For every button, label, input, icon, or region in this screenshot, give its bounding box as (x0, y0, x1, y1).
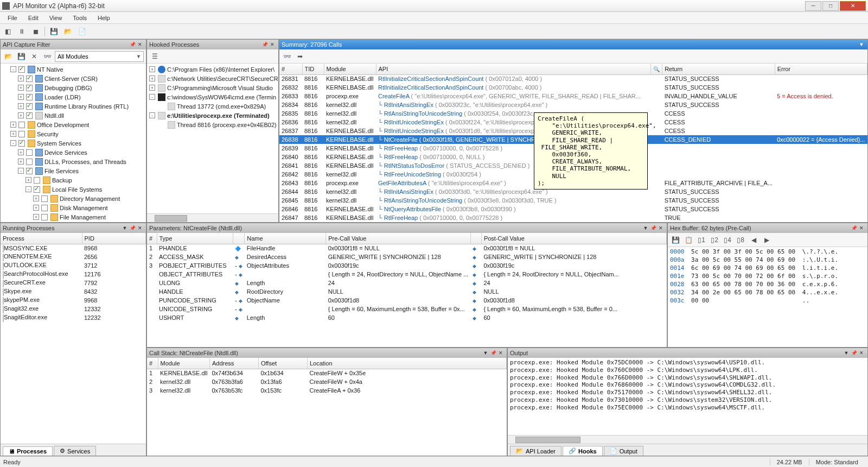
callstack-row[interactable]: 1KERNELBASE.dll0x74f3b6340x1b634CreateFi… (147, 369, 507, 377)
find-icon[interactable]: 👓 (42, 51, 53, 62)
expand-icon[interactable]: + (33, 205, 39, 211)
tab-processes[interactable]: 🖥Processes (3, 446, 53, 456)
checkbox[interactable] (18, 131, 25, 137)
expand-icon[interactable]: + (25, 177, 31, 183)
checkbox[interactable] (41, 205, 48, 211)
close-pane-icon[interactable]: ✕ (858, 349, 865, 357)
checkbox[interactable] (26, 103, 33, 110)
filter-tree-item[interactable]: +Directory Management (1, 194, 146, 203)
checkbox[interactable] (26, 168, 33, 174)
pin-icon[interactable]: 📌 (129, 41, 136, 48)
maximize-button[interactable]: □ (822, 1, 839, 11)
expand-icon[interactable]: - (149, 112, 155, 118)
close-button[interactable]: ✕ (840, 1, 866, 11)
process-row[interactable]: SnagitEditor.exe12232 (1, 313, 146, 322)
filter-tree-item[interactable]: +Disk Management (1, 203, 146, 212)
expand-icon[interactable]: - (149, 94, 155, 100)
param-row[interactable]: HANDLE ◆RootDirectoryNULL◆NULL (147, 287, 667, 296)
param-row[interactable]: UNICODE_STRING- ◆{ Length = 60, MaximumL… (147, 305, 667, 313)
save-icon[interactable]: 💾 (670, 235, 681, 245)
summary-row[interactable]: 268478816KERNELBASE.dll└ RtlFreeHeap ( 0… (279, 213, 867, 222)
copy-icon[interactable]: 📋 (683, 235, 694, 245)
col8-icon[interactable]: ▯8 (735, 235, 746, 245)
expand-icon[interactable]: - (10, 140, 16, 146)
filter-tree-item[interactable]: +Backup (1, 175, 146, 185)
expand-icon[interactable]: + (10, 131, 16, 137)
filter-tree-item[interactable]: +Client-Server (CSR) (1, 74, 146, 83)
tab-output[interactable]: 📄Output (604, 446, 643, 456)
filter-tree-item[interactable]: +Debugging (DBG) (1, 83, 146, 92)
checkbox[interactable] (18, 122, 25, 128)
pin-icon[interactable]: 📌 (649, 224, 657, 232)
pin-icon[interactable]: 📌 (261, 41, 269, 48)
expand-icon[interactable]: + (33, 214, 39, 220)
expand-icon[interactable]: - (18, 168, 24, 174)
param-row[interactable]: USHORT ◆Length60◆60 (147, 313, 667, 322)
process-list-icon[interactable]: ☰ (149, 51, 160, 62)
hooked-process-item[interactable]: -c:\windows\SysWOW64\cmd.exe (Termin (147, 92, 278, 102)
filter-tree-item[interactable]: -Local File Systems (1, 185, 146, 194)
close-pane-icon[interactable]: ✕ (497, 349, 505, 357)
arrow-right-icon[interactable]: ➡ (295, 51, 305, 62)
expand-icon[interactable]: + (18, 85, 24, 91)
toolbar-pause-icon[interactable]: ⏸ (16, 26, 27, 37)
param-row[interactable]: 1PHANDLE 🔷FileHandle0x0030f1f8 = NULL◆0x… (147, 244, 667, 253)
filter-tree-item[interactable]: -NT Native (1, 65, 146, 74)
checkbox[interactable] (41, 195, 48, 202)
find-icon[interactable]: 👓 (282, 51, 292, 62)
filter-tree-item[interactable]: +Loader (LDR) (1, 92, 146, 102)
tab-hooks[interactable]: 🔗Hooks (563, 446, 603, 456)
expand-icon[interactable]: + (149, 75, 155, 81)
col2-icon[interactable]: ▯2 (709, 235, 720, 245)
open-folder-icon[interactable]: 📂 (3, 51, 14, 62)
summary-row[interactable]: 268348816kernel32.dll└ RtlInitAnsiString… (279, 100, 867, 109)
process-row[interactable]: MSOSYNC.EXE8968 (1, 244, 146, 253)
summary-row[interactable]: 268458816kernel32.dll└ RtlAnsiStringToUn… (279, 196, 867, 205)
save-icon[interactable]: 💾 (16, 51, 27, 62)
tab-services[interactable]: ⚙Services (54, 446, 96, 456)
filter-tree-item[interactable]: +File Management (1, 212, 146, 222)
expand-icon[interactable]: + (149, 66, 155, 72)
horizontal-scrollbar[interactable] (508, 435, 867, 444)
process-row[interactable]: SearchProtocolHost.exe12176 (1, 270, 146, 279)
dropdown-icon[interactable]: ▼ (843, 349, 850, 357)
close-pane-icon[interactable]: ✕ (136, 224, 144, 232)
search-icon[interactable] (653, 66, 660, 72)
checkbox[interactable] (18, 66, 25, 73)
checkbox[interactable] (26, 94, 33, 100)
process-row[interactable]: Snagit32.exe12332 (1, 305, 146, 313)
menu-tools[interactable]: Tools (67, 14, 92, 22)
col1-icon[interactable]: ▯1 (696, 235, 707, 245)
summary-row[interactable]: 268468816KERNELBASE.dll└ NtQueryAttribut… (279, 205, 867, 213)
checkbox[interactable] (26, 149, 33, 156)
expand-icon[interactable]: + (18, 149, 24, 155)
expand-icon[interactable]: + (18, 159, 24, 165)
module-filter-combo[interactable]: All Modules ▼ (55, 51, 144, 62)
expand-icon[interactable]: - (10, 66, 16, 72)
hooked-process-item[interactable]: +C:\Programming\Microsoft Visual Studio (147, 83, 278, 92)
summary-row[interactable]: 268318816KERNELBASE.dllRtlInitializeCrit… (279, 74, 867, 83)
checkbox[interactable] (41, 214, 48, 220)
toolbar-open-icon[interactable]: 📂 (62, 26, 73, 37)
filter-tree-item[interactable]: -File Services (1, 166, 146, 175)
param-row[interactable]: ULONG ◆Length24◆24 (147, 279, 667, 287)
menu-help[interactable]: Help (92, 14, 116, 22)
process-row[interactable]: SecureCRT.exe7792 (1, 279, 146, 287)
pre-icon[interactable]: ◀ (748, 235, 759, 245)
filter-tree-item[interactable]: +Advapi32.dll (1, 222, 146, 222)
minimize-button[interactable]: ─ (805, 1, 821, 11)
delete-icon[interactable]: ✕ (29, 51, 40, 62)
post-icon[interactable]: ▶ (761, 235, 772, 245)
hooked-process-item[interactable]: Thread 13772 (cmd.exe+0x829A) (147, 102, 278, 111)
dropdown-icon[interactable]: ▼ (642, 224, 649, 232)
expand-icon[interactable]: + (10, 122, 16, 128)
pin-icon[interactable]: 📌 (850, 349, 858, 357)
dropdown-icon[interactable]: ▼ (482, 349, 489, 357)
col4-icon[interactable]: ▯4 (722, 235, 733, 245)
dropdown-icon[interactable]: ▼ (858, 41, 865, 48)
expand-icon[interactable]: - (25, 186, 31, 192)
expand-icon[interactable]: + (18, 75, 24, 81)
menu-file[interactable]: File (2, 14, 23, 22)
filter-tree-item[interactable]: +Security (1, 129, 146, 138)
pin-icon[interactable]: 📌 (850, 224, 858, 232)
